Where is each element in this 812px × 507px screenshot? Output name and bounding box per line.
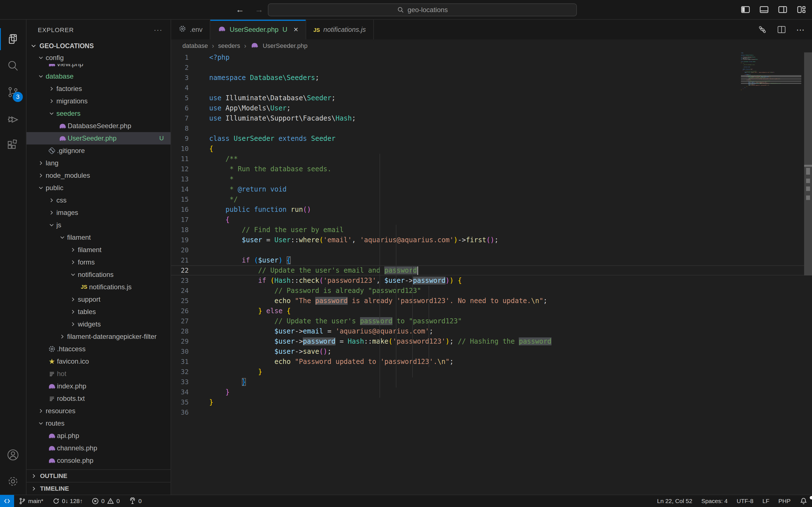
git-branch-status[interactable]: main* — [14, 495, 48, 507]
indentation-setting[interactable]: Spaces: 4 — [697, 498, 732, 504]
tree-item-database[interactable]: database — [27, 70, 170, 82]
code-line-8[interactable]: 8 — [171, 123, 812, 133]
remote-indicator[interactable] — [0, 495, 14, 507]
open-changes-icon[interactable] — [757, 24, 768, 35]
code-line-16[interactable]: 16 public function run() — [171, 205, 812, 215]
timeline-section[interactable]: TIMELINE — [27, 482, 170, 495]
code-line-14[interactable]: 14 * @return void — [171, 184, 812, 194]
tree-item-factories[interactable]: factories — [27, 82, 170, 95]
encoding-setting[interactable]: UTF-8 — [732, 498, 758, 504]
code-line-24[interactable]: 24 // Password is already "password123" — [171, 286, 812, 296]
tree-item-console-php[interactable]: console.php — [27, 454, 170, 467]
tree-item-index-php[interactable]: index.php — [27, 380, 170, 392]
tree-item-api-php[interactable]: api.php — [27, 430, 170, 442]
tree-item-support[interactable]: support — [27, 293, 170, 305]
tree-item-robots-txt[interactable]: robots.txt — [27, 392, 170, 405]
breadcrumb-item[interactable]: database — [183, 42, 208, 50]
git-sync-status[interactable]: 0↓ 128↑ — [48, 495, 87, 507]
explorer-more-actions-icon[interactable]: ··· — [154, 26, 163, 34]
breadcrumb-file[interactable]: UserSeeder.php — [263, 42, 308, 50]
code-line-7[interactable]: 7use Illuminate\Support\Facades\Hash; — [171, 113, 812, 123]
tree-item-notifications[interactable]: notifications — [27, 269, 170, 281]
code-line-29[interactable]: 29 $user->password = Hash::make('passwor… — [171, 336, 812, 346]
code-line-31[interactable]: 31 echo "Password updated to 'password12… — [171, 356, 812, 367]
tree-item-favicon-ico[interactable]: ★favicon.ico — [27, 355, 170, 368]
tree-item-lang[interactable]: lang — [27, 157, 170, 169]
code-line-20[interactable]: 20 — [171, 245, 812, 255]
code-line-4[interactable]: 4 — [171, 83, 812, 93]
run-debug-icon[interactable] — [0, 105, 26, 132]
language-mode[interactable]: PHP — [774, 498, 795, 504]
code-line-28[interactable]: 28 $user->email = 'aquarius@aquarius.com… — [171, 326, 812, 336]
tree-item-seeders[interactable]: seeders — [27, 107, 170, 120]
tree-item-css[interactable]: css — [27, 194, 170, 207]
code-line-21[interactable]: 21 if ($user) { — [171, 255, 812, 265]
tab-notifications-js[interactable]: JSnotifications.js — [306, 20, 374, 40]
code-line-6[interactable]: 6use App\Models\User; — [171, 103, 812, 113]
command-center-search[interactable]: geo-locations — [268, 3, 577, 16]
code-line-2[interactable]: 2 — [171, 62, 812, 73]
tree-item-forms[interactable]: forms — [27, 256, 170, 269]
tree-item--htaccess[interactable]: .htaccess — [27, 343, 170, 355]
code-line-11[interactable]: 11 /** — [171, 154, 812, 164]
breadcrumb-item[interactable]: seeders — [218, 42, 240, 50]
navigate-back-icon[interactable]: ← — [236, 5, 244, 14]
code-line-10[interactable]: 10{ — [171, 144, 812, 154]
split-editor-icon[interactable] — [776, 24, 787, 35]
tree-item-config[interactable]: config — [27, 52, 170, 64]
tree-item-channels-php[interactable]: channels.php — [27, 442, 170, 454]
tree-item-userseeder-php[interactable]: UserSeeder.phpU — [27, 132, 170, 145]
code-line-13[interactable]: 13 * — [171, 174, 812, 184]
code-line-23[interactable]: 23 if (Hash::check('password123', $user-… — [171, 276, 812, 286]
tree-item-filament-daterangepicker-filter[interactable]: filament-daterangepicker-filter — [27, 330, 170, 343]
outline-section[interactable]: OUTLINE — [27, 469, 170, 482]
cursor-position[interactable]: Ln 22, Col 52 — [652, 498, 697, 504]
tree-item-databaseseeder-php[interactable]: DatabaseSeeder.php — [27, 120, 170, 132]
tree-item-routes[interactable]: routes — [27, 417, 170, 430]
tree-item-images[interactable]: images — [27, 207, 170, 219]
navigate-forward-icon[interactable]: → — [255, 5, 263, 14]
code-line-18[interactable]: 18 // Find the user by email — [171, 225, 812, 235]
tab--env[interactable]: .env — [171, 20, 210, 40]
toggle-panel-icon[interactable] — [758, 4, 770, 15]
ports-status[interactable]: 0 — [124, 495, 146, 507]
tree-item-public[interactable]: public — [27, 182, 170, 194]
settings-gear-icon[interactable] — [0, 468, 26, 495]
code-line-27[interactable]: 27 // Update the user's password to "pas… — [171, 316, 812, 326]
toggle-secondary-sidebar-icon[interactable] — [777, 4, 788, 15]
code-line-19[interactable]: 19 $user = User::where('email', 'aquariu… — [171, 235, 812, 245]
tree-item-migrations[interactable]: migrations — [27, 95, 170, 107]
source-control-icon[interactable]: 3 — [0, 79, 26, 105]
extensions-icon[interactable] — [0, 132, 26, 158]
minimap[interactable]: <?phpnamespace Database\Seeders;use Illu… — [741, 52, 804, 495]
tree-item-js[interactable]: js — [27, 219, 170, 231]
code-line-25[interactable]: 25 echo "The password is already 'passwo… — [171, 296, 812, 306]
vertical-scrollbar[interactable] — [804, 52, 812, 495]
code-line-12[interactable]: 12 * Run the database seeds. — [171, 164, 812, 174]
code-line-30[interactable]: 30 $user->save(); — [171, 346, 812, 356]
tree-item-filament[interactable]: filament — [27, 231, 170, 244]
eol-setting[interactable]: LF — [758, 498, 774, 504]
code-line-35[interactable]: 35} — [171, 397, 812, 407]
tree-item-web-php[interactable]: web.php — [27, 467, 170, 469]
code-line-36[interactable]: 36 — [171, 407, 812, 417]
workspace-section-header[interactable]: GEO-LOCATIONS — [27, 40, 170, 52]
search-sidebar-icon[interactable] — [0, 52, 26, 79]
code-line-32[interactable]: 32 } — [171, 367, 812, 377]
tree-item-notifications-js[interactable]: JSnotifications.js — [27, 281, 170, 293]
tree-item-node-modules[interactable]: node_modules — [27, 169, 170, 182]
customize-layout-icon[interactable] — [796, 4, 807, 15]
code-line-15[interactable]: 15 */ — [171, 194, 812, 205]
accounts-icon[interactable] — [0, 442, 26, 468]
scrollbar-slider[interactable] — [804, 52, 812, 276]
code-line-3[interactable]: 3namespace Database\Seeders; — [171, 73, 812, 83]
tree-item--gitignore[interactable]: .gitignore — [27, 145, 170, 157]
code-line-22[interactable]: 22 // Update the user's email and passwo… — [171, 265, 812, 276]
code-editor[interactable]: 1<?php23namespace Database\Seeders;45use… — [171, 52, 812, 495]
tab-userseeder-php[interactable]: UserSeeder.phpU× — [210, 20, 306, 40]
tree-item-resources[interactable]: resources — [27, 405, 170, 417]
toggle-primary-sidebar-icon[interactable] — [740, 4, 751, 15]
explorer-icon[interactable] — [0, 26, 26, 52]
tree-item-hot[interactable]: hot — [27, 368, 170, 380]
code-line-34[interactable]: 34 } — [171, 387, 812, 397]
